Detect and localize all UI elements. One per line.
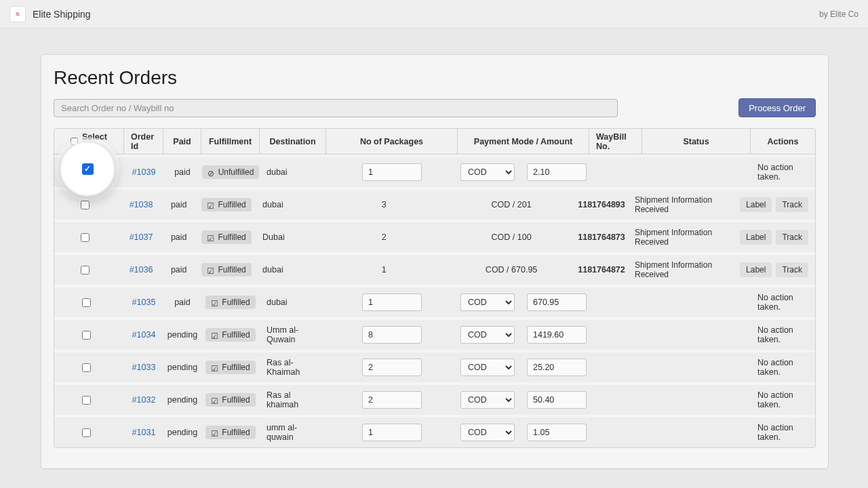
packages-input[interactable] (362, 163, 422, 181)
check-icon (207, 266, 214, 274)
payment-mode-select[interactable]: COD (460, 326, 515, 344)
waybill-no: 1181764873 (575, 232, 628, 242)
grid-header: Select All Order Id Paid Fulfillment Des… (54, 129, 815, 155)
col-destination: Destination (260, 129, 326, 154)
col-payment: Payment Mode / Amount (458, 129, 589, 154)
row-select-checkbox[interactable] (82, 428, 91, 437)
no-action-text: No action taken. (757, 293, 808, 312)
col-actions: Actions (751, 129, 815, 154)
status-text: Shipment Information Received (628, 228, 733, 247)
search-input[interactable] (54, 99, 618, 117)
payment-mode-select[interactable]: COD (460, 424, 515, 441)
topbar: ≈ Elite Shipping by Elite Co (0, 0, 868, 28)
row-select-checkbox[interactable] (81, 201, 90, 209)
no-action-text: No action taken. (757, 423, 808, 442)
col-paid: Paid (163, 129, 201, 154)
destination-text: Umm al-Quwain (260, 325, 326, 344)
destination-text: Ras al-Khaimah (260, 358, 326, 377)
toolbar: Process Order (54, 98, 816, 117)
check-icon (207, 201, 214, 209)
paid-status: paid (163, 298, 201, 307)
table-row: #1034pendingFulfilledUmm al-QuwainCODNo … (54, 317, 815, 350)
fulfillment-chip: Fulfilled (205, 393, 255, 407)
fulfillment-chip: Fulfilled (201, 198, 251, 211)
order-id-link[interactable]: #1036 (130, 265, 153, 274)
paid-status: paid (163, 167, 201, 177)
row-select-checkbox[interactable] (82, 298, 91, 307)
packages-input[interactable] (362, 359, 422, 376)
orders-grid: Select All Order Id Paid Fulfillment Des… (54, 128, 816, 448)
payment-mode-select[interactable]: COD (460, 391, 515, 409)
fulfillment-chip: Fulfilled (201, 230, 251, 244)
payment-mode-select[interactable]: COD (460, 163, 515, 181)
fulfillment-label: Fulfilled (218, 200, 245, 209)
fulfillment-label: Fulfilled (218, 265, 245, 274)
order-id-link[interactable]: #1033 (132, 363, 156, 372)
fulfillment-label: Fulfilled (222, 298, 250, 307)
no-action-text: No action taken. (757, 358, 808, 377)
magnified-checkbox-checked-icon: ✓ (82, 163, 94, 175)
waybill-no: 1181764872 (575, 265, 628, 274)
table-row: #1036paidFulfilleddubai1COD / 670.951181… (54, 252, 815, 285)
table-row: #1039paidUnfulfilleddubaiCODNo action ta… (54, 155, 815, 187)
fulfillment-chip: Fulfilled (205, 328, 255, 342)
col-packages: No of Packages (326, 129, 458, 154)
process-order-button[interactable]: Process Order (738, 98, 816, 117)
track-button[interactable]: Track (776, 230, 808, 245)
row-select-checkbox[interactable] (82, 331, 91, 340)
fulfillment-chip: Fulfilled (205, 426, 255, 439)
order-id-link[interactable]: #1031 (132, 428, 156, 437)
payment-text: COD / 100 (492, 232, 532, 242)
packages-input[interactable] (362, 326, 422, 344)
row-select-checkbox[interactable] (81, 233, 90, 242)
destination-text: dubai (260, 298, 326, 307)
packages-text: 1 (382, 265, 387, 274)
packages-input[interactable] (362, 293, 422, 311)
amount-input[interactable] (527, 163, 587, 181)
fulfillment-label: Fulfilled (222, 395, 250, 405)
row-select-checkbox[interactable] (82, 363, 91, 372)
row-select-checkbox[interactable] (82, 396, 91, 405)
ban-icon (208, 169, 215, 176)
payment-mode-select[interactable]: COD (460, 293, 515, 311)
track-button[interactable]: Track (776, 197, 808, 212)
label-button[interactable]: Label (740, 230, 772, 245)
row-select-checkbox[interactable] (81, 266, 90, 274)
payment-mode-select[interactable]: COD (460, 359, 515, 376)
fulfillment-chip: Unfulfilled (202, 165, 260, 179)
fulfillment-chip: Fulfilled (205, 361, 255, 374)
packages-text: 2 (382, 232, 387, 242)
paid-status: pending (163, 363, 201, 372)
amount-input[interactable] (527, 424, 587, 441)
paid-status: paid (160, 265, 197, 274)
order-id-link[interactable]: #1039 (132, 167, 156, 177)
amount-input[interactable] (527, 293, 587, 311)
packages-input[interactable] (362, 391, 422, 409)
check-icon (211, 331, 218, 339)
fulfillment-label: Fulfilled (222, 330, 250, 340)
amount-input[interactable] (527, 391, 587, 409)
waybill-no: 1181764893 (575, 200, 628, 209)
order-id-link[interactable]: #1034 (132, 330, 156, 340)
brand-title: Elite Shipping (33, 9, 91, 20)
check-icon (211, 299, 218, 306)
check-icon (211, 364, 218, 371)
amount-input[interactable] (527, 359, 587, 376)
amount-input[interactable] (527, 326, 587, 344)
paid-status: pending (163, 395, 201, 405)
fulfillment-chip: Fulfilled (205, 296, 255, 309)
packages-input[interactable] (362, 424, 422, 441)
order-id-link[interactable]: #1037 (130, 232, 153, 242)
destination-text: Dubai (256, 232, 320, 242)
destination-text: dubai (256, 200, 320, 209)
order-id-link[interactable]: #1032 (132, 395, 156, 405)
track-button[interactable]: Track (776, 262, 808, 277)
order-id-link[interactable]: #1035 (132, 298, 156, 307)
no-action-text: No action taken. (757, 163, 808, 182)
packages-text: 3 (382, 200, 387, 209)
fulfillment-label: Fulfilled (222, 363, 250, 372)
order-id-link[interactable]: #1038 (130, 200, 153, 209)
label-button[interactable]: Label (740, 197, 772, 212)
payment-text: COD / 670.95 (486, 265, 537, 274)
label-button[interactable]: Label (740, 262, 772, 277)
